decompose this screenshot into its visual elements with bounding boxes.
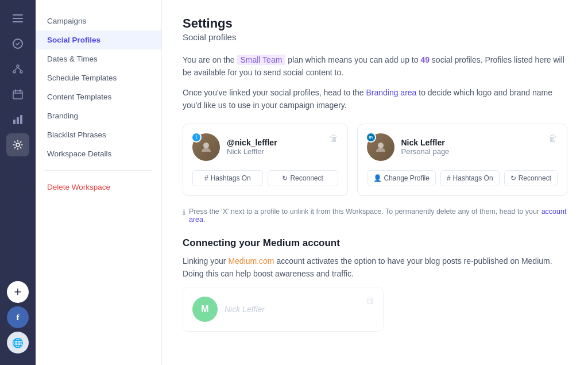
medium-profile-card: M Nick Leffler 🗑	[183, 287, 384, 332]
profile-card-linkedin: in Nick Leffler Personal page 🗑 👤 Change…	[357, 124, 568, 196]
linkedin-platform-icon: in	[366, 132, 376, 143]
svg-rect-13	[13, 120, 16, 124]
sidebar: Campaigns Social Profiles Dates & Times …	[36, 0, 162, 365]
medium-section-title: Connecting your Medium account	[183, 237, 567, 249]
linkedin-hashtags-button[interactable]: # Hashtags On	[440, 170, 500, 186]
twitter-profile-sub: Nick Leffler	[227, 147, 338, 156]
profile-header-twitter: t @nick_leffler Nick Leffler 🗑	[192, 133, 338, 161]
svg-line-8	[18, 67, 21, 71]
delete-linkedin-profile-button[interactable]: 🗑	[548, 133, 558, 144]
svg-rect-1	[13, 18, 23, 19]
sidebar-item-dates-times[interactable]: Dates & Times	[36, 49, 161, 68]
medium-avatar: M	[192, 297, 218, 322]
hashtag-icon: #	[204, 174, 208, 182]
profile-info-twitter: @nick_leffler Nick Leffler	[227, 138, 338, 156]
sidebar-item-social-profiles[interactable]: Social Profiles	[36, 30, 161, 49]
profile-header-linkedin: in Nick Leffler Personal page 🗑	[367, 133, 558, 161]
info-text: Press the 'X' next to a profile to unlin…	[189, 208, 567, 224]
settings-icon[interactable]	[6, 133, 29, 156]
sidebar-item-workspace-details[interactable]: Workspace Details	[36, 144, 161, 163]
profile-info-linkedin: Nick Leffler Personal page	[401, 138, 558, 156]
person-icon: 👤	[373, 174, 382, 182]
globe-button[interactable]: 🌐	[7, 332, 29, 354]
delete-medium-profile-button[interactable]: 🗑	[366, 295, 375, 306]
profile-count: 49	[420, 55, 430, 64]
avatar-wrap-twitter: t	[192, 133, 220, 161]
plan-description: You are on the Small Team plan which mea…	[183, 53, 567, 79]
twitter-platform-icon: t	[191, 132, 202, 143]
branding-description: Once you've linked your social profiles,…	[183, 86, 567, 112]
svg-rect-2	[13, 21, 23, 22]
twitter-hashtags-button[interactable]: # Hashtags On	[192, 170, 263, 186]
svg-point-5	[13, 71, 16, 73]
info-icon: ℹ	[183, 208, 185, 217]
linkedin-profile-name: Nick Leffler	[401, 138, 558, 147]
sidebar-item-branding[interactable]: Branding	[36, 106, 161, 125]
svg-point-16	[16, 143, 20, 147]
reconnect-icon-li: ↻	[510, 174, 516, 182]
add-workspace-button[interactable]: +	[7, 281, 29, 303]
sidebar-item-content-templates[interactable]: Content Templates	[36, 87, 161, 106]
network-icon[interactable]	[6, 57, 29, 80]
twitter-profile-actions: # Hashtags On ↻ Reconnect	[192, 170, 338, 186]
svg-point-4	[17, 65, 19, 67]
calendar-icon[interactable]	[6, 83, 29, 106]
medium-link[interactable]: Medium.com	[228, 256, 274, 266]
profiles-grid: t @nick_leffler Nick Leffler 🗑 # Hashtag…	[183, 124, 567, 196]
branding-area-link[interactable]: Branding area	[366, 88, 416, 97]
medium-profile-name: Nick Leffler	[225, 305, 265, 314]
info-bar: ℹ Press the 'X' next to a profile to unl…	[183, 208, 567, 224]
profile-card-twitter: t @nick_leffler Nick Leffler 🗑 # Hashtag…	[183, 124, 348, 196]
reconnect-icon: ↻	[282, 174, 288, 182]
twitter-reconnect-button[interactable]: ↻ Reconnect	[268, 170, 338, 186]
svg-point-6	[20, 71, 22, 73]
main-content: Settings Social profiles You are on the …	[162, 0, 588, 365]
delete-workspace-button[interactable]: Delete Workspace	[36, 178, 161, 197]
linkedin-profile-sub: Personal page	[401, 147, 558, 156]
sidebar-item-campaigns[interactable]: Campaigns	[36, 11, 161, 30]
medium-description: Linking your Medium.com account activate…	[183, 255, 567, 281]
svg-rect-9	[13, 91, 22, 99]
svg-point-17	[203, 143, 209, 148]
menu-icon[interactable]	[6, 7, 29, 30]
page-title: Settings	[183, 16, 567, 31]
linkedin-change-profile-button[interactable]: 👤 Change Profile	[367, 170, 436, 186]
svg-point-18	[378, 143, 384, 148]
svg-rect-0	[13, 14, 23, 16]
plan-name-badge: Small Team	[237, 55, 285, 65]
svg-line-7	[14, 67, 18, 71]
facebook-button[interactable]: f	[7, 306, 29, 328]
twitter-profile-name: @nick_leffler	[227, 138, 338, 147]
page-subtitle: Social profiles	[183, 32, 567, 42]
sidebar-item-blacklist-phrases[interactable]: Blacklist Phrases	[36, 125, 161, 144]
sidebar-divider	[45, 170, 152, 171]
svg-rect-15	[20, 115, 22, 124]
delete-twitter-profile-button[interactable]: 🗑	[329, 133, 338, 144]
icon-bar: + f 🌐	[0, 0, 36, 365]
linkedin-profile-actions: 👤 Change Profile # Hashtags On ↻ Reconne…	[367, 170, 558, 186]
chart-icon[interactable]	[6, 108, 29, 131]
sidebar-item-schedule-templates[interactable]: Schedule Templates	[36, 68, 161, 87]
linkedin-reconnect-button[interactable]: ↻ Reconnect	[504, 170, 558, 186]
avatar-wrap-linkedin: in	[367, 133, 394, 161]
svg-rect-14	[17, 117, 19, 124]
hashtag-icon-li: #	[447, 174, 451, 182]
campaigns-icon[interactable]	[6, 32, 29, 55]
